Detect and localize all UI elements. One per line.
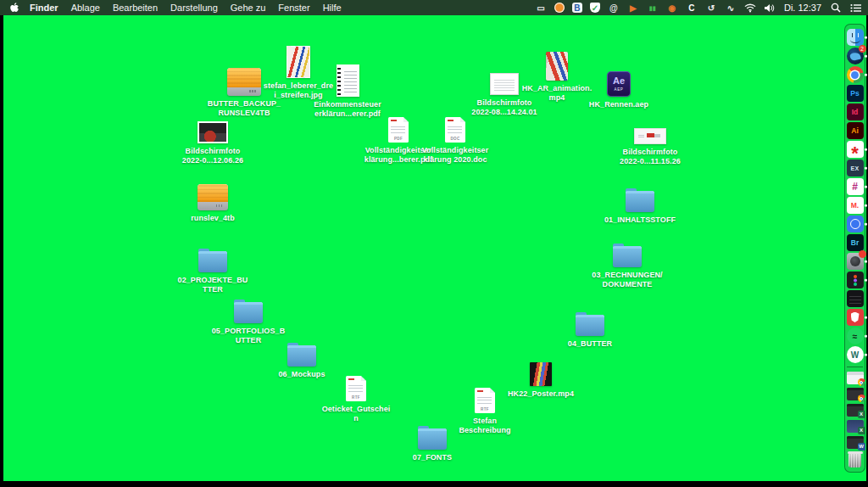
screen-edge-bottom bbox=[0, 481, 868, 487]
acrobat-icon: * bbox=[847, 141, 864, 158]
file-label: HK_Rennen.aep bbox=[589, 100, 648, 109]
dock-app-indesign[interactable]: Id bbox=[847, 104, 864, 120]
list-menu-icon[interactable] bbox=[849, 3, 861, 14]
dock-app-figma[interactable] bbox=[847, 271, 864, 288]
file-label: Bildschirmfoto2022-0...11.15.26 bbox=[620, 148, 681, 165]
desktop-item-folder-05-portfolios-butter[interactable]: 05_PORTFOLIOS_BUTTER bbox=[202, 299, 295, 344]
apple-menu[interactable] bbox=[10, 3, 19, 14]
chrome-icon bbox=[847, 66, 864, 83]
dock-app-acrobat[interactable]: * bbox=[847, 141, 864, 158]
ae-extension-text: AEP bbox=[615, 87, 624, 92]
dock-app-thunderbird[interactable]: 2 bbox=[847, 48, 864, 64]
desktop[interactable]: BUTTER_BACKUP_RUNSLEV4TBstefan_leberer_d… bbox=[0, 15, 868, 487]
desktop-item-folder-07-fonts[interactable]: 07_FONTS bbox=[386, 425, 479, 462]
dock-app-spotify[interactable]: ≈ bbox=[847, 327, 864, 344]
running-indicator-dot bbox=[865, 36, 867, 39]
desktop-item-folder-04-butter[interactable]: 04_BUTTER bbox=[543, 311, 637, 349]
shield-check-icon[interactable]: ✓ bbox=[590, 3, 600, 13]
poster-thumbnail-icon bbox=[530, 362, 552, 386]
wifi-icon[interactable] bbox=[744, 3, 756, 14]
dock-app-wacom[interactable]: W bbox=[847, 346, 864, 363]
desktop-item-folder-03-rechnungen-dokumente[interactable]: 03_RECHNUNGEN/DOKUMENTE bbox=[581, 243, 674, 288]
apple-logo-icon bbox=[10, 3, 19, 14]
desktop-item-einkommensteuer-pdf[interactable]: Einkommensteuererklärun...erer.pdf bbox=[301, 64, 394, 118]
shotwide-thumbnail-icon bbox=[634, 128, 666, 144]
volume-icon[interactable] bbox=[764, 3, 776, 14]
desktop-item-runslev-4tb-drive[interactable]: runslev_4tb bbox=[166, 184, 259, 223]
folder-icon bbox=[234, 302, 263, 323]
dock-minimized-window-1[interactable] bbox=[847, 372, 864, 384]
desktop-item-folder-02-projekte-butter[interactable]: 02_PROJEKTE_BUTTER bbox=[166, 248, 259, 294]
dock-app-chrome[interactable] bbox=[847, 66, 864, 83]
menu-bearbeiten[interactable]: Bearbeiten bbox=[113, 3, 158, 13]
desktop-item-folder-06-mockups[interactable]: 06_Mockups bbox=[255, 342, 348, 379]
figma-icon bbox=[847, 271, 864, 288]
puzzle-icon[interactable]: ◉ bbox=[666, 3, 678, 14]
desktop-item-vollstaendigkeits-doc[interactable]: DOCVollständigkeitserklärung 2020.doc bbox=[409, 117, 502, 164]
screen-mirroring-icon[interactable]: ▭ bbox=[535, 3, 547, 14]
dock-app-dark-grid-app[interactable] bbox=[847, 290, 864, 307]
menu-fenster[interactable]: Fenster bbox=[278, 3, 309, 13]
at-sign-icon[interactable]: @ bbox=[608, 3, 620, 14]
file-label: 01_INHALTSSTOFF bbox=[604, 216, 676, 225]
dock-app-miro[interactable]: M. bbox=[847, 197, 864, 214]
menu-finder[interactable]: Finder bbox=[30, 3, 58, 13]
menu-darstellung[interactable]: Darstellung bbox=[170, 3, 218, 13]
dock-minimized-window-2[interactable] bbox=[847, 388, 864, 400]
menu-bar-clock[interactable]: Di. 12:37 bbox=[784, 3, 821, 13]
finder-icon bbox=[847, 29, 864, 46]
wave-icon[interactable]: ∿ bbox=[725, 3, 737, 14]
ae-logo-text: Ae bbox=[613, 76, 625, 86]
running-indicator-dot bbox=[865, 55, 867, 58]
dock-app-slack[interactable]: # bbox=[847, 178, 864, 195]
running-indicator-dot bbox=[865, 223, 867, 226]
desktop-item-bildschirmfoto-111526[interactable]: Bildschirmfoto2022-0...11.15.26 bbox=[604, 128, 697, 165]
desktop-item-folder-01-inhaltsstoff[interactable]: 01_INHALTSSTOFF bbox=[593, 188, 687, 225]
dock-app-photoshop[interactable]: Ps bbox=[847, 85, 864, 102]
menu-ablage[interactable]: Ablage bbox=[71, 3, 100, 13]
folder-icon bbox=[613, 246, 642, 267]
notification-badge bbox=[859, 250, 866, 258]
excel-app-badge-icon: X bbox=[858, 427, 865, 434]
folder-icon bbox=[198, 251, 227, 272]
dock-app-audio-dial-app[interactable] bbox=[847, 253, 864, 270]
page-text-lines bbox=[477, 395, 492, 404]
menu-bar-status-area: ▭B✓@▶▮▮◉C↺∿ Di. 12:37 bbox=[535, 3, 861, 14]
videoar-thumbnail-icon bbox=[546, 52, 568, 81]
dock-app-font-explorer[interactable]: EX bbox=[847, 160, 864, 176]
running-indicator-dot bbox=[865, 148, 867, 151]
dock-app-security-shield-app[interactable] bbox=[847, 309, 864, 326]
menu-hilfe[interactable]: Hilfe bbox=[323, 3, 342, 13]
chrome-app-badge-icon bbox=[858, 395, 865, 402]
c-app-icon[interactable]: C bbox=[686, 3, 698, 14]
external-drive-icon bbox=[198, 184, 228, 210]
desktop-item-bildschirmfoto-120626[interactable]: Bildschirmfoto2022-0...12.06.26 bbox=[166, 121, 259, 165]
pen-tool-icon[interactable]: ▶ bbox=[627, 3, 639, 14]
file-label: Vollständigkeitserklärung 2020.doc bbox=[422, 146, 489, 164]
dock-app-bridge[interactable]: Br bbox=[847, 234, 864, 251]
miro-icon: M. bbox=[847, 197, 864, 214]
menu-gehe-zu[interactable]: Gehe zu bbox=[231, 3, 266, 13]
file-label: Bildschirmfoto2022-0...12.06.26 bbox=[182, 147, 243, 165]
spotlight-search-icon[interactable] bbox=[830, 3, 842, 14]
time-machine-icon[interactable]: ↺ bbox=[705, 3, 717, 14]
dock-app-illustrator[interactable]: Ai bbox=[847, 122, 864, 139]
folder-icon bbox=[626, 191, 654, 212]
browser-orange-icon[interactable] bbox=[554, 3, 565, 13]
spiral-thumbnail-icon bbox=[337, 64, 359, 97]
dock-app-signal[interactable] bbox=[847, 216, 864, 232]
dock-app-finder[interactable] bbox=[847, 29, 864, 46]
desktop-item-oeticket-gutschein-rtf[interactable]: RTFOeticket_Gutschein bbox=[309, 376, 403, 423]
trash-icon[interactable] bbox=[849, 453, 861, 467]
stats-bars-icon[interactable]: ▮▮ bbox=[647, 3, 659, 14]
screen-edge-left bbox=[0, 15, 3, 487]
dock-minimized-window-3[interactable]: X bbox=[847, 404, 864, 417]
dock-minimized-window-4[interactable]: X bbox=[847, 420, 864, 433]
dock-minimized-window-5[interactable]: W bbox=[847, 436, 864, 449]
bridge-icon: Br bbox=[847, 234, 864, 251]
file-label: 02_PROJEKTE_BUTTER bbox=[178, 276, 248, 294]
b-app-icon[interactable]: B bbox=[572, 3, 582, 13]
running-indicator-dot bbox=[865, 186, 867, 188]
status-icons: ▭B✓@▶▮▮◉C↺∿ bbox=[535, 3, 776, 14]
desktop-item-hk-rennen-aep[interactable]: AeAEPHK_Rennen.aep bbox=[572, 71, 665, 109]
